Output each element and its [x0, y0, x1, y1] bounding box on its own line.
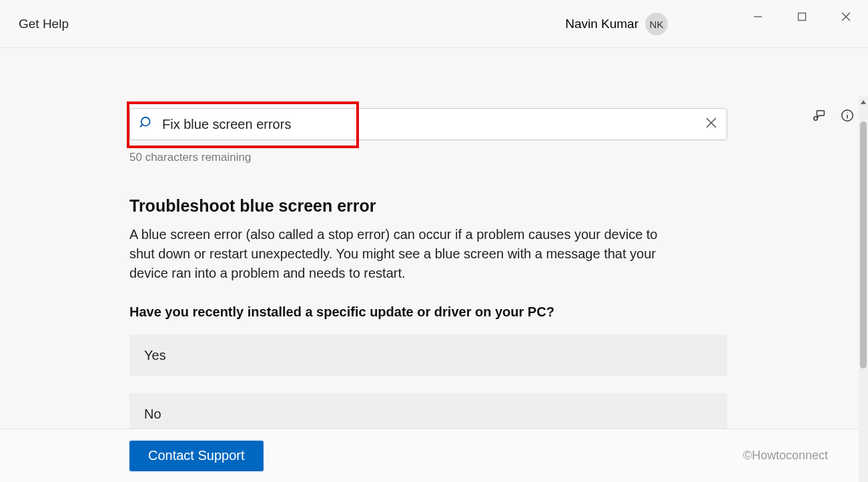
clear-search-button[interactable]	[705, 117, 717, 132]
svg-point-8	[141, 117, 150, 126]
characters-remaining: 50 characters remaining	[129, 151, 727, 164]
scrollbar-thumb[interactable]	[860, 122, 867, 369]
app-title: Get Help	[19, 17, 69, 31]
maximize-button[interactable]	[780, 0, 824, 33]
search-box[interactable]	[129, 108, 727, 140]
article-body: A blue screen error (also called a stop …	[129, 225, 677, 283]
minimize-button[interactable]	[736, 0, 780, 33]
article-heading: Troubleshoot blue screen error	[129, 196, 727, 216]
close-window-button[interactable]	[824, 0, 868, 33]
content: 50 characters remaining Troubleshoot blu…	[129, 108, 727, 435]
minimize-icon	[753, 12, 763, 21]
info-icon[interactable]	[840, 108, 855, 126]
choice-yes[interactable]: Yes	[129, 334, 727, 376]
svg-line-9	[140, 125, 143, 128]
maximize-icon	[797, 12, 807, 21]
top-right-toolbar	[812, 108, 855, 126]
close-icon	[841, 12, 851, 21]
search-icon	[139, 115, 154, 133]
contact-support-button[interactable]: Contact Support	[129, 441, 264, 471]
article: Troubleshoot blue screen error A blue sc…	[129, 196, 727, 435]
window-controls	[736, 0, 868, 33]
svg-marker-12	[861, 100, 866, 104]
article-question: Have you recently installed a specific u…	[129, 304, 727, 320]
svg-point-4	[814, 117, 818, 121]
svg-point-7	[847, 112, 847, 113]
user-area[interactable]: Navin Kumar NK	[565, 0, 668, 48]
svg-rect-1	[799, 13, 806, 21]
scroll-up-arrow[interactable]	[859, 96, 868, 108]
search-input[interactable]	[162, 117, 697, 132]
titlebar: Get Help Navin Kumar NK	[0, 0, 868, 48]
bottom-bar: Contact Support ©Howtoconnect	[0, 429, 868, 482]
watermark: ©Howtoconnect	[743, 449, 828, 463]
user-name: Navin Kumar	[565, 17, 638, 31]
feedback-icon[interactable]	[812, 108, 827, 126]
page-body: 50 characters remaining Troubleshoot blu…	[0, 48, 868, 482]
avatar[interactable]: NK	[645, 13, 668, 35]
